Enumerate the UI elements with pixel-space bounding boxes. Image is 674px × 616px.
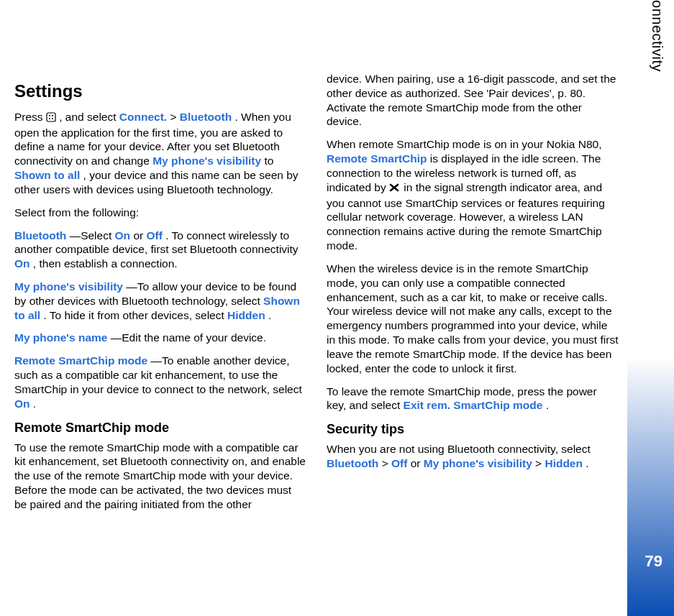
option-my-phones-visibility: My phone's visibility (152, 155, 261, 167)
remote-smartchip-body: To use the remote SmartChip mode with a … (14, 441, 306, 512)
label-remote-smartchip: Remote SmartChip mode (14, 354, 147, 367)
value-hidden: Hidden (227, 309, 265, 321)
text: Press (14, 111, 46, 123)
text: . (586, 457, 588, 469)
svg-rect-0 (47, 113, 55, 121)
value-hidden: Hidden (545, 457, 583, 469)
settings-intro: Press , and select Connect. > Bluetooth … (14, 110, 306, 197)
svg-point-1 (49, 115, 50, 116)
value-off: Off (146, 229, 162, 242)
remote-smartchip-leave: To leave the remote SmartChip mode, pres… (327, 385, 619, 413)
text: When remote SmartChip mode is on in your… (327, 138, 602, 150)
option-remote-smartchip: Remote SmartChip mode —To enable another… (14, 354, 306, 410)
section-label: Connectivity (649, 0, 665, 72)
text: > (535, 457, 545, 469)
text: —Select (70, 229, 115, 242)
menu-connect: Connect. (119, 111, 167, 123)
text: , then establish a connection. (33, 257, 178, 270)
remote-smartchip-calls: When the wireless device is in the remot… (327, 262, 619, 376)
remote-smartchip-idle: When remote SmartChip mode is on in your… (327, 137, 619, 253)
value-off: Off (391, 457, 407, 469)
value-on: On (14, 257, 30, 270)
option-phone-name: My phone's name —Edit the name of your d… (14, 331, 306, 345)
option-bluetooth: Bluetooth —Select On or Off . To connect… (14, 229, 306, 271)
label-remote-smartchip: Remote SmartChip (327, 152, 427, 165)
label-bluetooth: Bluetooth (14, 229, 66, 242)
text: > (382, 457, 391, 469)
no-signal-icon (389, 182, 401, 196)
label-visibility: My phone's visibility (14, 280, 123, 293)
security-tips-body: When you are not using Bluetooth connect… (327, 442, 619, 471)
value-on: On (115, 229, 131, 242)
heading-remote-smartchip: Remote SmartChip mode (14, 420, 306, 436)
text: . To hide it from other devices, select (43, 309, 227, 321)
select-from: Select from the following: (14, 206, 306, 220)
menu-exit-rem-smartchip: Exit rem. SmartChip mode (404, 399, 543, 411)
page-content: Settings Press , and select Connect. > B… (14, 72, 619, 520)
svg-point-4 (52, 118, 53, 119)
value-on: On (14, 397, 30, 410)
text: or (133, 229, 146, 242)
svg-point-3 (49, 118, 50, 119)
menu-bluetooth: Bluetooth (327, 457, 378, 469)
option-my-phones-visibility: My phone's visibility (424, 457, 532, 469)
left-column: Settings Press , and select Connect. > B… (14, 72, 306, 520)
option-shown-to-all: Shown to all (14, 169, 80, 181)
option-visibility: My phone's visibility —To allow your dev… (14, 280, 306, 322)
heading-security-tips: Security tips (327, 421, 619, 438)
text: . (33, 397, 36, 410)
text: When you are not using Bluetooth connect… (327, 443, 591, 455)
text: , and select (59, 111, 119, 123)
text: to (264, 155, 273, 167)
pairing-continued: device. When pairing, use a 16-digit pas… (327, 72, 619, 129)
text: —Edit the name of your device. (111, 331, 266, 344)
text: . (268, 309, 271, 321)
menu-key-icon (46, 111, 56, 126)
text: or (411, 457, 424, 469)
text: . (546, 399, 549, 411)
menu-bluetooth: Bluetooth (180, 111, 232, 123)
page-number: 79 (645, 552, 662, 571)
sidebar-gradient: Connectivity 79 (627, 0, 674, 616)
text: > (170, 111, 179, 123)
label-phone-name: My phone's name (14, 331, 107, 344)
right-column: device. When pairing, use a 16-digit pas… (327, 72, 619, 520)
svg-point-2 (52, 115, 53, 116)
heading-settings: Settings (14, 81, 306, 103)
